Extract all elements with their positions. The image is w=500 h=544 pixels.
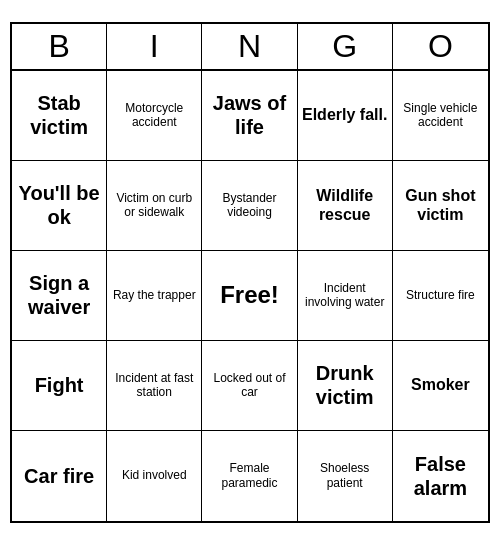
cell-text-10: Sign a waiver	[16, 271, 102, 319]
bingo-cell-4: Single vehicle accident	[393, 71, 488, 161]
cell-text-0: Stab victim	[16, 91, 102, 139]
header-letter-o: O	[393, 24, 488, 69]
cell-text-9: Gun shot victim	[397, 186, 484, 224]
bingo-cell-10: Sign a waiver	[12, 251, 107, 341]
cell-text-16: Incident at fast station	[111, 371, 197, 400]
cell-text-6: Victim on curb or sidewalk	[111, 191, 197, 220]
bingo-cell-23: Shoeless patient	[298, 431, 393, 521]
cell-text-17: Locked out of car	[206, 371, 292, 400]
bingo-cell-24: False alarm	[393, 431, 488, 521]
cell-text-23: Shoeless patient	[302, 461, 388, 490]
cell-text-22: Female paramedic	[206, 461, 292, 490]
header-letter-b: B	[12, 24, 107, 69]
bingo-cell-12: Free!	[202, 251, 297, 341]
bingo-cell-7: Bystander videoing	[202, 161, 297, 251]
cell-text-14: Structure fire	[406, 288, 475, 302]
cell-text-2: Jaws of life	[206, 91, 292, 139]
bingo-cell-1: Motorcycle accident	[107, 71, 202, 161]
bingo-cell-21: Kid involved	[107, 431, 202, 521]
cell-text-3: Elderly fall.	[302, 105, 387, 124]
header-letter-n: N	[202, 24, 297, 69]
bingo-cell-22: Female paramedic	[202, 431, 297, 521]
bingo-cell-5: You'll be ok	[12, 161, 107, 251]
bingo-header: BINGO	[12, 24, 488, 71]
cell-text-8: Wildlife rescue	[302, 186, 388, 224]
cell-text-12: Free!	[220, 281, 279, 310]
cell-text-15: Fight	[35, 373, 84, 397]
bingo-cell-9: Gun shot victim	[393, 161, 488, 251]
cell-text-11: Ray the trapper	[113, 288, 196, 302]
bingo-cell-13: Incident involving water	[298, 251, 393, 341]
cell-text-18: Drunk victim	[302, 361, 388, 409]
cell-text-4: Single vehicle accident	[397, 101, 484, 130]
bingo-cell-6: Victim on curb or sidewalk	[107, 161, 202, 251]
header-letter-g: G	[298, 24, 393, 69]
bingo-cell-19: Smoker	[393, 341, 488, 431]
bingo-cell-15: Fight	[12, 341, 107, 431]
bingo-cell-14: Structure fire	[393, 251, 488, 341]
bingo-grid: Stab victimMotorcycle accidentJaws of li…	[12, 71, 488, 521]
bingo-cell-2: Jaws of life	[202, 71, 297, 161]
cell-text-1: Motorcycle accident	[111, 101, 197, 130]
bingo-cell-16: Incident at fast station	[107, 341, 202, 431]
bingo-cell-20: Car fire	[12, 431, 107, 521]
cell-text-19: Smoker	[411, 375, 470, 394]
bingo-cell-17: Locked out of car	[202, 341, 297, 431]
header-letter-i: I	[107, 24, 202, 69]
cell-text-7: Bystander videoing	[206, 191, 292, 220]
bingo-cell-3: Elderly fall.	[298, 71, 393, 161]
bingo-cell-8: Wildlife rescue	[298, 161, 393, 251]
bingo-cell-11: Ray the trapper	[107, 251, 202, 341]
cell-text-5: You'll be ok	[16, 181, 102, 229]
cell-text-24: False alarm	[397, 452, 484, 500]
cell-text-13: Incident involving water	[302, 281, 388, 310]
cell-text-21: Kid involved	[122, 468, 187, 482]
bingo-cell-18: Drunk victim	[298, 341, 393, 431]
bingo-cell-0: Stab victim	[12, 71, 107, 161]
bingo-card: BINGO Stab victimMotorcycle accidentJaws…	[10, 22, 490, 523]
cell-text-20: Car fire	[24, 464, 94, 488]
